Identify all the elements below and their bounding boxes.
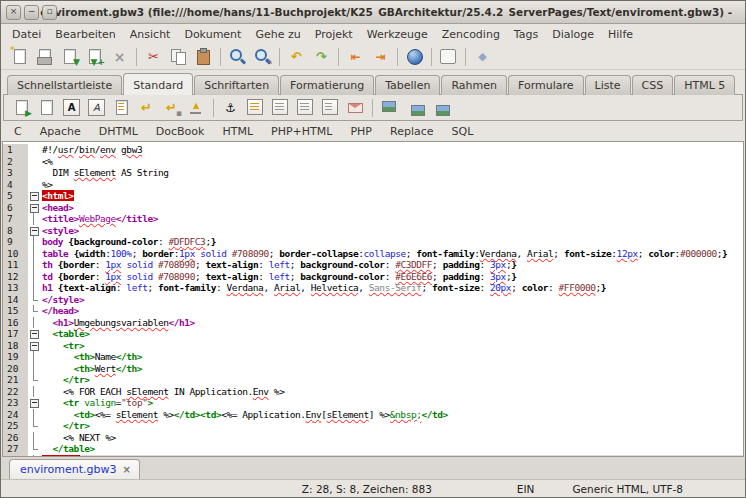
menu-tags[interactable]: Tags bbox=[507, 26, 545, 43]
find-replace-button[interactable]: ✎ bbox=[250, 46, 275, 68]
code-line-8[interactable]: 8<style> bbox=[3, 225, 743, 237]
code-line-15[interactable]: 15</head> bbox=[3, 305, 743, 317]
cut-button[interactable]: ✂ bbox=[141, 46, 166, 68]
align-center-button[interactable] bbox=[268, 97, 293, 119]
menu-projekt[interactable]: Projekt bbox=[308, 26, 360, 43]
tab-formatierung[interactable]: Formatierung bbox=[280, 75, 374, 95]
menu-hilfe[interactable]: Hilfe bbox=[601, 26, 640, 43]
minimize-window-button[interactable]: − bbox=[24, 5, 39, 20]
code-line-7[interactable]: 7<title>WebPage</title> bbox=[3, 213, 743, 225]
fold-toggle-icon[interactable] bbox=[30, 192, 39, 201]
save-as-button[interactable]: ▼+ bbox=[82, 46, 107, 68]
code-line-17[interactable]: 17 <table> bbox=[3, 328, 743, 340]
document-tab[interactable]: enviroment.gbw3 × bbox=[9, 459, 140, 479]
new-document-button[interactable]: * bbox=[7, 46, 32, 68]
code-line-23[interactable]: 23 <tr valign="top"> bbox=[3, 397, 743, 409]
menu-gehe-zu[interactable]: Gehe zu bbox=[248, 26, 307, 43]
preformatted-button[interactable] bbox=[318, 97, 343, 119]
filter-php[interactable]: PHP bbox=[341, 123, 381, 140]
close-tab-icon[interactable]: × bbox=[123, 464, 131, 475]
redo-button[interactable]: ↷ bbox=[309, 46, 334, 68]
filter-docbook[interactable]: DocBook bbox=[147, 123, 214, 140]
tab-standard[interactable]: Standard bbox=[123, 73, 193, 95]
indent-button[interactable]: ⇥ bbox=[368, 46, 393, 68]
maximize-window-button[interactable]: ▫ bbox=[42, 5, 57, 20]
code-line-18[interactable]: 18 <tr> bbox=[3, 340, 743, 352]
code-line-6[interactable]: 6<head> bbox=[3, 202, 743, 214]
code-line-4[interactable]: 4%> bbox=[3, 179, 743, 191]
italic-button[interactable]: A bbox=[84, 97, 109, 119]
align-right-button[interactable] bbox=[293, 97, 318, 119]
non-breaking-space-button[interactable] bbox=[184, 97, 209, 119]
code-line-20[interactable]: 20 <th>Wert</th> bbox=[3, 363, 743, 375]
tab-schnellstartleiste[interactable]: Schnellstartleiste bbox=[7, 75, 122, 95]
tab-liste[interactable]: Liste bbox=[585, 75, 631, 95]
menu-ansicht[interactable]: Ansicht bbox=[123, 26, 178, 43]
insert-image-button[interactable] bbox=[377, 97, 402, 119]
open-document-button[interactable] bbox=[32, 46, 57, 68]
close-window-button[interactable]: × bbox=[6, 5, 21, 20]
code-line-1[interactable]: 1#!/usr/bin/env gbw3 bbox=[3, 144, 743, 156]
code-line-14[interactable]: 14</style> bbox=[3, 294, 743, 306]
menu-werkzeuge[interactable]: Werkzeuge bbox=[360, 26, 435, 43]
thumbnail-button[interactable] bbox=[402, 97, 427, 119]
code-line-22[interactable]: 22 <% FOR EACH sElement IN Application.E… bbox=[3, 386, 743, 398]
filter-html[interactable]: HTML bbox=[213, 123, 262, 140]
code-line-5[interactable]: 5<html> bbox=[3, 190, 743, 202]
fold-toggle-icon[interactable] bbox=[30, 227, 39, 236]
code-line-13[interactable]: 13h1 {text-align: left; font-family: Ver… bbox=[3, 282, 743, 294]
email-button[interactable] bbox=[343, 97, 368, 119]
menu-zencoding[interactable]: Zencoding bbox=[435, 26, 507, 43]
fold-toggle-icon[interactable] bbox=[30, 399, 39, 408]
filter-apache[interactable]: Apache bbox=[31, 123, 90, 140]
paste-button[interactable] bbox=[191, 46, 216, 68]
tab-rahmen[interactable]: Rahmen bbox=[441, 75, 507, 95]
code-line-25[interactable]: 25 </tr> bbox=[3, 420, 743, 432]
align-left-button[interactable] bbox=[243, 97, 268, 119]
code-line-27[interactable]: 27 </table> bbox=[3, 443, 743, 455]
tab-css[interactable]: CSS bbox=[632, 75, 674, 95]
fold-toggle-icon[interactable] bbox=[30, 342, 39, 351]
tab-tabellen[interactable]: Tabellen bbox=[375, 75, 440, 95]
filter-sql[interactable]: SQL bbox=[443, 123, 483, 140]
fold-toggle-icon[interactable] bbox=[30, 330, 39, 339]
unindent-button[interactable]: ⇤ bbox=[343, 46, 368, 68]
paragraph-button[interactable] bbox=[109, 97, 134, 119]
code-line-16[interactable]: 16 <h1>Umgebungsvariablen</h1> bbox=[3, 317, 743, 329]
menu-bearbeiten[interactable]: Bearbeiten bbox=[48, 26, 122, 43]
menu-datei[interactable]: Datei bbox=[5, 26, 48, 43]
find-button[interactable] bbox=[225, 46, 250, 68]
menu-dokument[interactable]: Dokument bbox=[177, 26, 248, 43]
title-bar[interactable]: ×−▫ * enviroment.gbw3 (file:///home/hans… bbox=[1, 1, 745, 24]
fullscreen-button[interactable]: ◆ bbox=[470, 46, 495, 68]
quickstart-button[interactable]: ▶ bbox=[9, 97, 34, 119]
code-line-9[interactable]: 9body {background-color: #DFDFC3;} bbox=[3, 236, 743, 248]
filter-dhtml[interactable]: DHTML bbox=[90, 123, 147, 140]
editor[interactable]: 1#!/usr/bin/env gbw32<%3 DIM sElement AS… bbox=[2, 141, 744, 457]
anchor-button[interactable]: ⚓ bbox=[218, 97, 243, 119]
code-line-21[interactable]: 21 </tr> bbox=[3, 374, 743, 386]
multi-thumbnail-button[interactable]: ★ bbox=[427, 97, 452, 119]
code-line-3[interactable]: 3 DIM sElement AS String bbox=[3, 167, 743, 179]
tab-formulare[interactable]: Formulare bbox=[508, 75, 584, 95]
code-line-10[interactable]: 10table {width:100%; border:1px solid #7… bbox=[3, 248, 743, 260]
save-document-button[interactable]: ▼ bbox=[57, 46, 82, 68]
view-in-browser-button[interactable] bbox=[402, 46, 427, 68]
code-line-24[interactable]: 24 <td><%= sElement %></td><td><%= Appli… bbox=[3, 409, 743, 421]
copy-button[interactable] bbox=[166, 46, 191, 68]
filter-c[interactable]: C bbox=[5, 123, 31, 140]
filter-php-html[interactable]: PHP+HTML bbox=[262, 123, 341, 140]
line-break-button[interactable]: ↵ bbox=[134, 97, 159, 119]
tab-html-5[interactable]: HTML 5 bbox=[674, 75, 735, 95]
preview-settings-button[interactable]: V.8 bbox=[436, 46, 461, 68]
code-line-11[interactable]: 11th {border: 1px solid #708090; text-al… bbox=[3, 259, 743, 271]
code-line-12[interactable]: 12td {border: 1px solid #708090; text-al… bbox=[3, 271, 743, 283]
code-line-26[interactable]: 26 <% NEXT %> bbox=[3, 432, 743, 444]
fold-toggle-icon[interactable] bbox=[30, 204, 39, 213]
code-line-2[interactable]: 2<% bbox=[3, 156, 743, 168]
tab-schriftarten[interactable]: Schriftarten bbox=[194, 75, 279, 95]
code-line-19[interactable]: 19 <th>Name</th> bbox=[3, 351, 743, 363]
break-and-clear-button[interactable]: ↵▪ bbox=[159, 97, 184, 119]
undo-button[interactable]: ↶ bbox=[284, 46, 309, 68]
bold-button[interactable]: A bbox=[59, 97, 84, 119]
